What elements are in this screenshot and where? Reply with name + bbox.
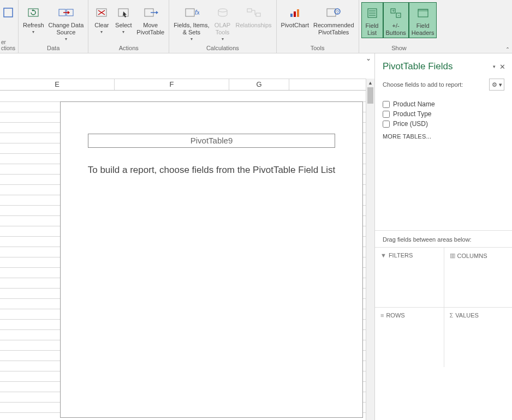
formula-bar-expand-icon[interactable]: ⌄ [366,55,371,62]
pivotchart-icon [288,3,301,22]
svg-text:+: + [392,8,395,14]
pivottable-name: PivotTable9 [88,134,335,148]
select-label: Select [115,22,132,29]
field-list-label: Field List [366,22,379,37]
columns-label: COLUMNS [457,253,487,259]
plus-minus-buttons-button[interactable]: +- +/- Buttons [383,2,409,38]
svg-rect-17 [294,11,296,17]
ribbon: er ctions Refresh ▾ Change Data Source ▾… [0,0,512,53]
recommended-pivottables-button[interactable]: ? Recommended PivotTables [311,2,356,37]
svg-rect-14 [247,9,252,12]
recommended-icon: ? [325,3,342,22]
dropdown-arrow-icon: ▾ [32,29,34,34]
olap-tools-button: OLAP Tools ▾ [212,2,234,43]
dropdown-arrow-icon: ▾ [65,37,67,41]
change-source-icon [58,3,74,22]
group-label-tools: Tools [277,43,359,53]
svg-rect-16 [290,14,293,17]
field-checkbox[interactable] [383,111,390,118]
column-header[interactable]: F [115,79,229,90]
svg-rect-11 [186,9,194,16]
column-headers: D E F G [0,79,366,91]
filters-label: FILTERS [389,252,413,259]
move-pivottable-button[interactable]: Move PivotTable [134,2,166,37]
drag-hint: Drag fields between areas below: [375,230,512,247]
column-header[interactable]: G [229,79,289,90]
plus-minus-icon: +- [389,4,402,22]
dropdown-arrow-icon: ▾ [122,29,124,34]
ribbon-group-show: Field List +- +/- Buttons Field Headers … [359,0,439,53]
olap-icon [216,3,229,22]
ribbon-group-data: Refresh ▾ Change Data Source ▾ Data [19,0,88,53]
svg-rect-18 [297,9,299,17]
group-label-show: Show [359,43,439,53]
worksheet-grid[interactable]: PivotTable9 To build a report, choose fi… [0,91,366,420]
svg-rect-15 [256,13,260,16]
vertical-scrollbar[interactable]: ▲ [366,79,374,420]
field-checkbox-row[interactable]: Product Type [383,109,504,119]
pane-options-icon[interactable]: ▾ [491,64,497,69]
ribbon-group-tools: PivotChart ? Recommended PivotTables Too… [277,0,359,53]
change-data-source-button[interactable]: Change Data Source ▾ [46,2,86,43]
svg-text:?: ? [336,9,339,15]
dropdown-arrow-icon: ▾ [190,37,193,41]
field-checkbox[interactable] [383,101,390,108]
field-checkbox-row[interactable]: Price (USD) [383,119,504,129]
svg-text:-: - [398,13,400,18]
svg-text:fx: fx [195,9,199,16]
pivotchart-button[interactable]: PivotChart [279,2,311,30]
select-button[interactable]: Select ▾ [112,2,134,35]
move-icon [143,3,158,22]
svg-point-13 [218,9,227,12]
field-headers-label: Field Headers [412,22,434,37]
field-label: Product Type [393,110,432,118]
rows-area[interactable]: ≡ROWS [375,307,444,367]
close-icon[interactable]: ✕ [498,63,507,71]
relationships-button: Relationships [234,2,274,30]
field-label: Product Name [393,100,435,108]
rows-label: ROWS [386,312,404,319]
field-headers-button[interactable]: Field Headers [409,2,437,38]
pivottable-placeholder[interactable]: PivotTable9 To build a report, choose fi… [60,101,363,418]
svg-rect-0 [4,8,13,17]
field-list-button[interactable]: Field List [361,2,383,38]
column-header[interactable]: E [0,79,115,90]
filter-icon: ▼ [380,252,386,259]
columns-area[interactable]: ▥COLUMNS [444,247,513,307]
field-checkbox[interactable] [383,121,390,128]
values-area[interactable]: ΣVALUES [444,307,513,367]
fields-label: Fields, Items, & Sets [174,22,209,36]
field-headers-icon [416,4,430,22]
field-checkbox-row[interactable]: Product Name [383,99,504,109]
pane-subtitle: Choose fields to add to report: [383,81,463,88]
more-tables-link[interactable]: MORE TABLES... [383,133,504,140]
dropdown-arrow-icon: ▾ [222,37,224,41]
group-label-actions: Actions [88,43,169,53]
scroll-up-icon[interactable]: ▲ [366,79,374,87]
sheet-area: ⌄ D E F G [0,53,374,420]
fields-items-sets-button[interactable]: fx Fields, Items, & Sets ▾ [171,2,211,43]
columns-icon: ▥ [450,252,455,259]
refresh-label: Refresh [23,22,44,29]
recommended-label: Recommended PivotTables [313,22,354,36]
rows-icon: ≡ [380,312,384,319]
partial-button[interactable] [0,2,16,23]
field-label: Price (USD) [393,120,428,128]
ribbon-group-partial: er ctions [0,0,19,53]
group-label-calculations: Calculations [169,43,276,53]
dropdown-arrow-icon: ▾ [499,81,502,88]
move-label: Move PivotTable [136,22,164,36]
field-list: Product Name Product Type Price (USD) MO… [375,95,512,143]
scroll-thumb[interactable] [367,87,373,104]
relationships-label: Relationships [236,22,272,29]
gear-button[interactable]: ⚙ ▾ [489,79,504,91]
filters-area[interactable]: ▼FILTERS [375,247,444,307]
olap-label: OLAP Tools [215,22,230,36]
select-icon [117,3,130,22]
clear-button[interactable]: Clear ▾ [91,2,112,35]
ribbon-group-calculations: fx Fields, Items, & Sets ▾ OLAP Tools ▾ … [169,0,276,53]
refresh-button[interactable]: Refresh ▾ [21,2,46,35]
values-icon: Σ [450,312,454,319]
svg-rect-31 [418,9,428,11]
clear-label: Clear [94,22,109,29]
